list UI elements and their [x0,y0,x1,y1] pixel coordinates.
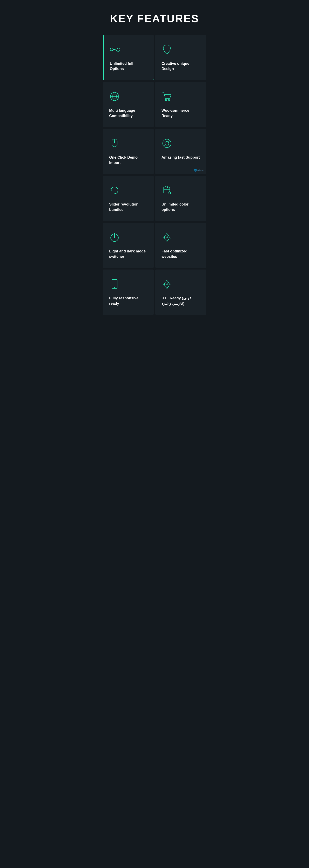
unlimited-color-title: Unlimited color options [162,202,200,212]
one-click-demo-title: One Click Demo Import [109,155,147,165]
feature-card-rtl-ready: RTL Ready (عربي فارسي و غيره) [155,270,206,315]
unlimited-full-options-title: Unlimited full Options [110,61,147,71]
svg-point-11 [163,139,171,148]
feature-card-amazing-fast-support: Amazing fast Support🌐 Alison [155,129,206,174]
feature-card-multi-language: Multi language Compatibility [103,82,154,127]
feature-card-light-dark-mode: Light and dark mode switcher [103,223,154,268]
unlimited-full-options-icon [110,44,120,55]
svg-line-13 [164,141,165,142]
feature-card-unlimited-full-options: Unlimited full Options [103,35,154,80]
creative-unique-design-title: Creative unique Design [162,61,200,71]
watermark: 🌐 Alison [194,169,203,172]
slider-revolution-title: Slider revolution bundled [109,202,147,212]
header-section: KEY FEATURES [97,0,212,35]
one-click-demo-icon [109,138,120,149]
rtl-ready-icon [162,279,172,289]
amazing-fast-support-icon [162,138,172,149]
fast-optimized-title: Fast optimized websites [162,249,200,259]
main-title: KEY FEATURES [101,12,208,25]
svg-line-16 [168,145,170,147]
feature-card-creative-unique-design: Creative unique Design [155,35,206,80]
svg-point-6 [165,99,167,101]
rtl-ready-title: RTL Ready (عربي فارسي و غيره) [162,296,200,306]
slider-revolution-icon [109,185,120,196]
svg-point-19 [166,236,168,238]
light-dark-mode-title: Light and dark mode switcher [109,249,147,259]
page-wrapper: KEY FEATURES Unlimited full OptionsCreat… [97,0,212,321]
feature-card-one-click-demo: One Click Demo Import [103,129,154,174]
multi-language-icon [109,91,120,102]
unlimited-color-icon [162,185,172,196]
feature-card-fast-optimized: Fast optimized websites [155,223,206,268]
svg-point-24 [114,288,115,288]
multi-language-title: Multi language Compatibility [109,108,147,118]
feature-card-fully-responsive: Fully responsive ready [103,270,154,315]
feature-card-slider-revolution: Slider revolution bundled [103,176,154,221]
woocommerce-icon [162,91,172,102]
svg-point-12 [165,142,169,146]
woocommerce-title: Woo-commerce Ready [162,108,200,118]
feature-card-woocommerce: Woo-commerce Ready [155,82,206,127]
amazing-fast-support-title: Amazing fast Support [162,155,200,160]
fast-optimized-icon [162,232,172,243]
fully-responsive-icon [109,279,120,289]
light-dark-mode-icon [109,232,120,243]
svg-point-25 [166,283,168,285]
creative-unique-design-icon [162,44,172,55]
svg-point-7 [168,99,170,101]
svg-line-15 [164,145,165,147]
fully-responsive-title: Fully responsive ready [109,296,147,306]
features-grid: Unlimited full OptionsCreative unique De… [97,35,212,321]
svg-line-14 [168,141,170,142]
feature-card-unlimited-color: Unlimited color options [155,176,206,221]
